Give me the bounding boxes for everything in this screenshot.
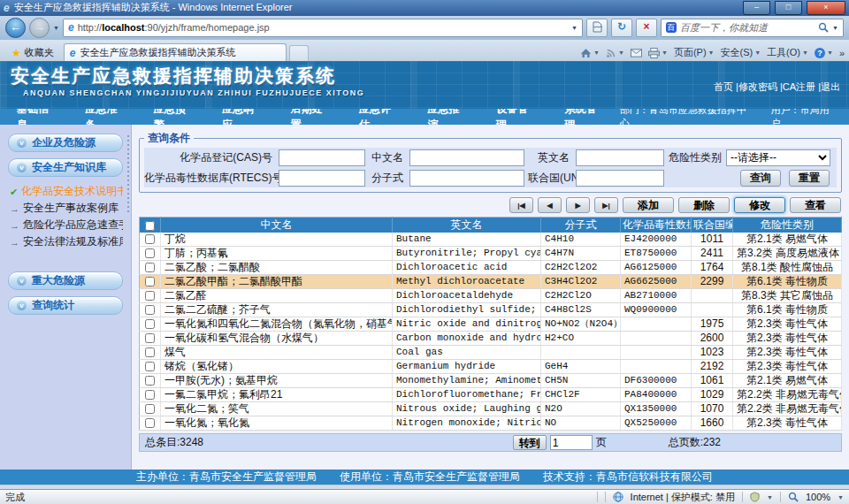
feeds-button[interactable]: ▼ xyxy=(606,48,624,58)
new-tab-button[interactable] xyxy=(289,45,309,61)
table-row[interactable]: 丁烷ButaneC4H10EJ42000001011第2.1类 易燃气体 xyxy=(140,233,842,247)
banner-link[interactable]: 修改密码 xyxy=(738,81,777,92)
table-row[interactable]: 锗烷（氢化锗）Germanium hydrideGeH42192第2.3类 毒性… xyxy=(140,360,842,374)
cn-name-input[interactable] xyxy=(409,149,524,166)
table-row[interactable]: 煤气Coal gas1023第2.3类 毒性气体 xyxy=(140,346,842,360)
row-checkbox[interactable] xyxy=(145,404,155,414)
cell-hazard: 第2.3类 毒性气体 xyxy=(733,416,842,431)
table-row[interactable]: 丁腈；丙基氰Butyronitrile; Propyl cyanideC4H7N… xyxy=(140,247,842,261)
sidebar-section-knowledge[interactable]: v 安全生产知识库 xyxy=(8,158,123,177)
table-row[interactable]: 一氧化碳和氢气混合物（水煤气）Carbon monoxide and hydro… xyxy=(140,332,842,346)
row-checkbox[interactable] xyxy=(145,291,155,301)
rtecs-input[interactable] xyxy=(279,170,365,187)
row-checkbox[interactable] xyxy=(145,347,155,357)
row-checkbox[interactable] xyxy=(145,390,155,400)
pager-button[interactable]: ▶ xyxy=(566,197,590,213)
pager-button[interactable]: |◀ xyxy=(509,197,533,213)
sidebar-section-major-hazards[interactable]: v 重大危险源 xyxy=(8,271,123,290)
favorites-button[interactable]: ★ 收藏夹 xyxy=(4,44,61,61)
address-bar[interactable]: e http://localhost:90/yjzh/frame/homepag… xyxy=(63,19,583,37)
table-row[interactable]: 一甲胺(无水)；氨基甲烷Monomethylamine; Aminomethan… xyxy=(140,374,842,388)
select-all-checkbox[interactable] xyxy=(145,221,155,231)
formula-input[interactable] xyxy=(409,170,524,187)
cell-cn: 煤气 xyxy=(161,346,393,360)
zoom-dropdown-icon[interactable]: ▼ xyxy=(838,494,844,500)
cell-hazard: 第8.3类 其它腐蚀品 xyxy=(733,289,842,303)
forward-button[interactable]: → xyxy=(29,18,50,38)
cell-un: 1061 xyxy=(692,374,733,388)
search-button[interactable]: 查询 xyxy=(740,170,781,187)
page-menu-button[interactable]: 页面(P)▼ xyxy=(674,46,715,59)
maximize-button[interactable]: □ xyxy=(775,1,802,15)
close-button[interactable]: × xyxy=(807,1,845,15)
browser-tab[interactable]: e 安全生产应急救援指挥辅助决策系统 xyxy=(64,43,287,61)
back-button[interactable]: ← xyxy=(5,18,26,38)
row-checkbox[interactable] xyxy=(145,376,155,386)
row-checkbox[interactable] xyxy=(145,277,155,286)
compatibility-view-button[interactable] xyxy=(586,19,608,37)
footer-user-unit: 使用单位：青岛市安全生产监督管理局 xyxy=(340,470,520,485)
pager-button[interactable]: ▶| xyxy=(594,197,618,213)
stop-button[interactable]: × xyxy=(636,19,657,37)
action-button-删除[interactable]: 删除 xyxy=(678,197,730,213)
banner-link[interactable]: 退出 xyxy=(821,81,840,92)
action-button-查看[interactable]: 查看 xyxy=(790,197,841,213)
cell-en: Dichloroacetic acid xyxy=(393,261,541,275)
row-checkbox[interactable] xyxy=(145,362,155,371)
sidebar-section-enterprise[interactable]: v 企业及危险源 xyxy=(8,134,123,152)
pager-button[interactable]: ◀ xyxy=(538,197,562,213)
chevron-more-button[interactable]: » xyxy=(839,48,845,58)
sidebar-item-laws-standards[interactable]: 安全法律法规及标准库 xyxy=(10,233,123,250)
sidebar-section-query-stats[interactable]: v 查询统计 xyxy=(8,296,123,315)
row-checkbox[interactable] xyxy=(145,333,155,343)
un-number-input[interactable] xyxy=(576,170,664,187)
row-checkbox[interactable] xyxy=(145,305,155,315)
goto-page-button[interactable]: 转到 xyxy=(513,435,547,450)
row-checkbox[interactable] xyxy=(145,319,155,329)
table-row[interactable]: 一氟二氯甲烷；氟利昂21Dichlorofluoromethane; Freon… xyxy=(140,388,842,402)
search-icon[interactable] xyxy=(818,22,829,33)
table-row[interactable]: 二氯乙酸；二氯醋酸Dichloroacetic acidC2H2Cl2O2AG6… xyxy=(140,261,842,275)
table-row[interactable]: 一氧化二氮；笑气Nitrous oxide; Laughing gasN2OQX… xyxy=(140,402,842,416)
print-button[interactable]: ▼ xyxy=(648,48,668,58)
row-checkbox[interactable] xyxy=(145,418,155,428)
hazard-class-select[interactable]: --请选择-- xyxy=(726,149,830,166)
row-checkbox[interactable] xyxy=(145,234,155,244)
sidebar-item-quick-reference[interactable]: 危险化学品应急速查手... xyxy=(10,217,123,233)
mail-button[interactable] xyxy=(631,49,642,57)
banner-link[interactable]: CA注册 xyxy=(783,81,815,92)
en-name-input[interactable] xyxy=(576,149,664,166)
table-row[interactable]: 二氯乙酸甲酯；二氯醋酸甲酯Methyl dichloroacetateC3H4C… xyxy=(140,275,842,289)
search-dropdown-icon[interactable]: ▼ xyxy=(832,25,838,31)
table-row[interactable]: 二氯二乙硫醚；芥子气Dichlorodiethyl sulfide; Musta… xyxy=(140,303,842,317)
protected-dropdown-icon[interactable]: ▼ xyxy=(767,494,773,500)
cell-un xyxy=(692,289,733,303)
home-button[interactable]: ▼ xyxy=(580,48,600,58)
action-button-修改[interactable]: 修改 xyxy=(734,197,785,213)
help-button[interactable]: ?▼ xyxy=(815,48,833,58)
reset-button[interactable]: 重置 xyxy=(789,170,830,187)
row-checkbox[interactable] xyxy=(145,248,155,258)
cas-input[interactable] xyxy=(279,149,365,166)
search-input[interactable]: 百度一下，你就知道 xyxy=(680,21,815,34)
refresh-button[interactable]: ↻ xyxy=(611,19,632,37)
sidebar-item-chem-msds[interactable]: 化学品安全技术说明书 xyxy=(10,183,123,200)
minimize-button[interactable]: – xyxy=(743,1,770,15)
safety-menu-button[interactable]: 安全(S)▼ xyxy=(721,46,761,59)
cell-un: 2192 xyxy=(692,360,733,374)
protected-mode-icon[interactable] xyxy=(750,492,760,502)
tools-menu-button[interactable]: 工具(O)▼ xyxy=(767,46,808,59)
action-button-添加[interactable]: 添加 xyxy=(623,197,674,213)
table-row[interactable]: 二氯乙醛DichloroacetaldehydeC2H2Cl2OAB271000… xyxy=(140,289,842,303)
zoom-level[interactable]: 100% xyxy=(806,492,830,502)
table-row[interactable]: 一氧化氮和四氧化二氮混合物（氮氧化物，硝基气，氧化氮气体）Nitric oxid… xyxy=(140,317,842,332)
search-box[interactable]: 百 百度一下，你就知道 ▼ xyxy=(661,19,844,37)
address-dropdown-icon[interactable]: ▼ xyxy=(571,25,577,31)
sidebar-item-accident-cases[interactable]: 安全生产事故案例库 xyxy=(10,200,123,217)
table-row[interactable]: 一氧化氮；氧化氮Nitrogen monoxide; Nitric oxideN… xyxy=(140,416,842,431)
history-dropdown-icon[interactable]: ▼ xyxy=(53,25,59,31)
banner-link[interactable]: 首页 xyxy=(714,81,733,92)
row-checkbox[interactable] xyxy=(145,263,155,272)
zoom-icon[interactable] xyxy=(788,492,799,502)
page-number-input[interactable] xyxy=(550,435,593,450)
